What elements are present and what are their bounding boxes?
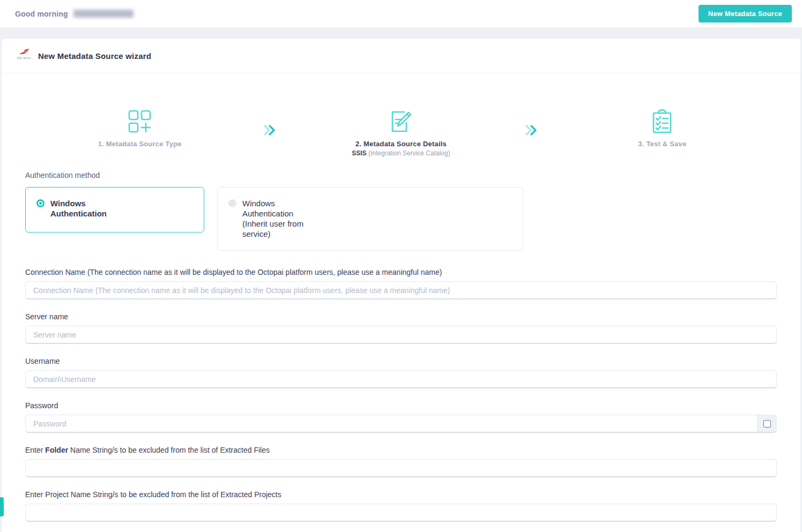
excluded-projects-label: Enter Project Name String/s to be exclud… [25, 490, 777, 499]
top-bar: Good morning New Metadata Source [0, 0, 802, 28]
excluded-folders-input[interactable] [25, 459, 777, 477]
checklist-icon [650, 107, 674, 134]
step-separator [254, 116, 286, 144]
auth-option-windows-inherit[interactable]: Windows Authentication (Inherit user fro… [217, 187, 523, 251]
password-label: Password [25, 401, 777, 410]
label-text-bold: Folder [45, 446, 68, 454]
wizard-form: Authentication method Windows Authentica… [2, 157, 800, 532]
show-password-checkbox[interactable] [763, 420, 771, 428]
step-2-sub-rest: (Integration Service Catalog) [367, 149, 450, 157]
step-metadata-source-type[interactable]: 1. Metadata Source Type [25, 107, 254, 148]
wizard-steps: 1. Metadata Source Type 2. Metadata Sour… [2, 73, 800, 157]
radio-unselected-icon[interactable] [228, 199, 236, 207]
connection-name-field: Connection Name (The connection name as … [25, 268, 777, 299]
sql-server-logo-label: SQL Server [17, 56, 31, 59]
connection-name-label: Connection Name (The connection name as … [25, 268, 777, 276]
label-text: Name String/s to be excluded from the li… [68, 446, 270, 454]
new-metadata-source-button[interactable]: New Metadata Source [699, 5, 792, 23]
step-test-and-save[interactable]: 3. Test & Save [548, 107, 777, 148]
server-name-label: Server name [25, 312, 777, 321]
step-2-sublabel: SSIS (Integration Service Catalog) [352, 149, 450, 157]
double-chevron-icon [263, 124, 277, 136]
auth-method-label: Authentication method [25, 171, 777, 179]
step-metadata-source-details[interactable]: 2. Metadata Source Details SSIS (Integra… [286, 107, 515, 157]
excluded-projects-input[interactable] [25, 504, 777, 522]
auth-options: Windows Authentication Windows Authentic… [25, 187, 777, 251]
password-field: Password [25, 401, 777, 433]
radio-selected-icon[interactable] [36, 199, 44, 207]
username-field: Username [25, 357, 777, 388]
auth-option-label: Windows Authentication [50, 198, 116, 221]
step-separator [516, 116, 548, 144]
connection-name-input[interactable] [25, 281, 777, 299]
password-input[interactable] [25, 415, 757, 433]
username-input[interactable] [25, 370, 777, 388]
excluded-projects-field: Enter Project Name String/s to be exclud… [25, 490, 777, 522]
step-1-label: 1. Metadata Source Type [98, 140, 182, 148]
auth-option-windows[interactable]: Windows Authentication [25, 187, 204, 233]
excluded-folders-label: Enter Folder Name String/s to be exclude… [25, 446, 777, 454]
server-name-field: Server name [25, 312, 777, 344]
step-2-sub-bold: SSIS [352, 149, 366, 157]
wizard-card: SQL Server New Metadata Source wizard 1.… [2, 39, 800, 532]
label-text: Enter [25, 446, 45, 454]
auth-option-label: Windows Authentication (Inherit user fro… [242, 198, 308, 239]
page-title: New Metadata Source wizard [38, 51, 151, 61]
greeting-text: Good morning [15, 10, 68, 18]
double-chevron-icon [525, 124, 539, 136]
feedback-side-tab[interactable] [0, 497, 4, 516]
redacted-user-name [73, 10, 133, 18]
step-2-label: 2. Metadata Source Details [355, 140, 447, 148]
server-name-input[interactable] [25, 326, 777, 344]
wizard-header: SQL Server New Metadata Source wizard [2, 39, 800, 73]
show-password-addon [757, 415, 777, 433]
sql-server-logo-icon: SQL Server [17, 48, 32, 64]
step-3-label: 3. Test & Save [638, 140, 686, 148]
grid-plus-icon [127, 107, 153, 134]
edit-document-icon [388, 107, 414, 134]
username-label: Username [25, 357, 777, 365]
excluded-folders-field: Enter Folder Name String/s to be exclude… [25, 446, 777, 477]
